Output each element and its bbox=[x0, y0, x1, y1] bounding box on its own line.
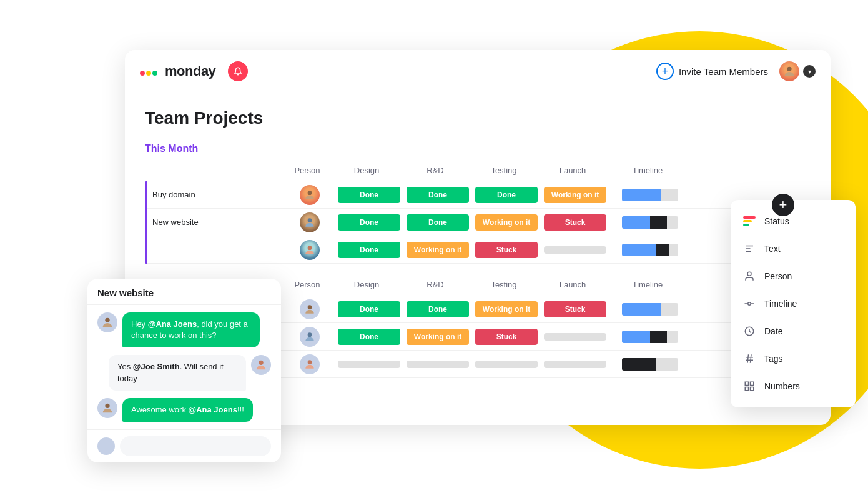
chat-input-area bbox=[87, 429, 281, 462]
chat-input-bar[interactable] bbox=[120, 436, 271, 456]
table-row: New website Done bbox=[147, 209, 811, 236]
chat-bubble: Hey @Ana Joens, did you get a chance to … bbox=[122, 312, 260, 348]
chat-message: Awesome work @Ana Joens!!! bbox=[97, 398, 271, 422]
rd-status: Working on it bbox=[403, 241, 472, 259]
row-person bbox=[285, 212, 335, 232]
status-badge-empty bbox=[544, 333, 606, 341]
logo-text: monday bbox=[165, 63, 215, 79]
chat-message: Hey @Ana Joens, did you get a chance to … bbox=[97, 312, 271, 348]
person-icon bbox=[303, 303, 316, 316]
svg-rect-25 bbox=[751, 388, 754, 391]
menu-label-text: Text bbox=[764, 244, 781, 254]
user-avatar-group: ▾ bbox=[778, 60, 816, 82]
row-person bbox=[285, 354, 335, 374]
status-badge-done: Done bbox=[407, 187, 469, 203]
svg-rect-10 bbox=[743, 216, 756, 219]
menu-item-tags[interactable]: Tags bbox=[731, 345, 856, 372]
row-person bbox=[285, 299, 335, 319]
col-header-name bbox=[145, 166, 282, 175]
launch-status: Stuck bbox=[541, 300, 609, 319]
timeline-cell bbox=[609, 358, 691, 371]
avatar-user[interactable] bbox=[778, 60, 801, 82]
person-menu-icon bbox=[742, 269, 757, 284]
grid-icon bbox=[742, 379, 757, 394]
svg-point-26 bbox=[105, 318, 109, 322]
timeline-cell bbox=[609, 303, 691, 316]
design-status: Done bbox=[335, 213, 403, 232]
timeline-menu-icon bbox=[742, 296, 757, 311]
avatar-dropdown[interactable]: ▾ bbox=[803, 65, 816, 78]
person-avatar bbox=[300, 299, 320, 319]
col-header-timeline: Timeline bbox=[607, 280, 688, 289]
menu-label-timeline: Timeline bbox=[764, 299, 797, 309]
svg-point-0 bbox=[140, 71, 145, 76]
launch-status bbox=[541, 359, 609, 369]
col-header-rd: R&D bbox=[401, 166, 470, 175]
svg-rect-24 bbox=[745, 388, 748, 391]
mention: @Joe Smith bbox=[133, 362, 180, 371]
logo-dots bbox=[140, 64, 160, 78]
svg-point-14 bbox=[748, 302, 751, 306]
col-header-launch: Launch bbox=[538, 166, 607, 175]
row-name: New website bbox=[147, 218, 285, 227]
status-badge-working: Working on it bbox=[407, 329, 469, 345]
rows-section1: Buy domain Done bbox=[145, 181, 811, 264]
rd-status: Working on it bbox=[403, 328, 472, 346]
col-header-person: Person bbox=[282, 280, 332, 289]
status-badge-empty bbox=[407, 361, 469, 368]
rd-status: Done bbox=[403, 186, 472, 204]
svg-point-2 bbox=[152, 71, 157, 76]
add-column-button[interactable]: + bbox=[772, 194, 794, 216]
chat-panel: New website Hey @Ana Joens, did you get … bbox=[87, 279, 281, 462]
timeline-cell bbox=[609, 216, 691, 229]
table-row: Done Working on it Stuck bbox=[147, 236, 811, 264]
person-avatar bbox=[300, 327, 320, 347]
menu-label-person: Person bbox=[764, 271, 792, 281]
timeline-bar bbox=[622, 244, 678, 256]
person-avatar bbox=[300, 240, 320, 260]
status-badge-done: Done bbox=[338, 214, 400, 231]
person-icon bbox=[303, 331, 316, 343]
design-status: Done bbox=[335, 328, 403, 346]
avatar-face-icon bbox=[101, 316, 114, 329]
svg-point-7 bbox=[308, 305, 312, 309]
svg-point-6 bbox=[308, 246, 312, 250]
testing-status: Working on it bbox=[472, 300, 541, 319]
svg-point-5 bbox=[308, 218, 312, 222]
svg-point-3 bbox=[787, 67, 791, 71]
svg-point-4 bbox=[308, 191, 312, 195]
invite-team-button[interactable]: + Invite Team Members bbox=[656, 62, 768, 80]
board-header: monday + Invite Team Members bbox=[125, 50, 831, 93]
status-badge-stuck: Stuck bbox=[475, 329, 538, 345]
table-row: Buy domain Done bbox=[147, 181, 811, 209]
svg-point-9 bbox=[308, 360, 312, 364]
svg-rect-23 bbox=[751, 382, 754, 385]
svg-point-27 bbox=[259, 361, 263, 365]
timeline-cell bbox=[609, 331, 691, 343]
chat-avatar bbox=[97, 312, 117, 332]
status-badge-done: Done bbox=[407, 214, 469, 231]
person-avatar bbox=[300, 354, 320, 374]
svg-point-28 bbox=[105, 403, 109, 408]
notification-bell[interactable] bbox=[228, 61, 248, 81]
text-icon bbox=[742, 241, 757, 256]
timeline-bar bbox=[622, 331, 678, 343]
menu-item-date[interactable]: Date bbox=[731, 318, 856, 345]
rd-status: Done bbox=[403, 300, 472, 319]
menu-item-text[interactable]: Text bbox=[731, 235, 856, 262]
menu-label-date: Date bbox=[764, 326, 783, 336]
svg-rect-12 bbox=[743, 224, 749, 226]
col-header-person: Person bbox=[282, 166, 332, 175]
person-avatar bbox=[300, 212, 320, 232]
col-header-design: Design bbox=[332, 166, 401, 175]
menu-item-numbers[interactable]: Numbers bbox=[731, 372, 856, 400]
menu-item-timeline[interactable]: Timeline bbox=[731, 290, 856, 318]
chat-avatar bbox=[97, 398, 117, 418]
header-right: + Invite Team Members ▾ bbox=[656, 60, 816, 82]
menu-item-person[interactable]: Person bbox=[731, 262, 856, 290]
board-title: Team Projects bbox=[145, 108, 811, 128]
design-status: Done bbox=[335, 186, 403, 204]
row-person bbox=[285, 185, 335, 205]
person-icon bbox=[303, 244, 316, 256]
chat-messages: Hey @Ana Joens, did you get a chance to … bbox=[87, 305, 281, 429]
